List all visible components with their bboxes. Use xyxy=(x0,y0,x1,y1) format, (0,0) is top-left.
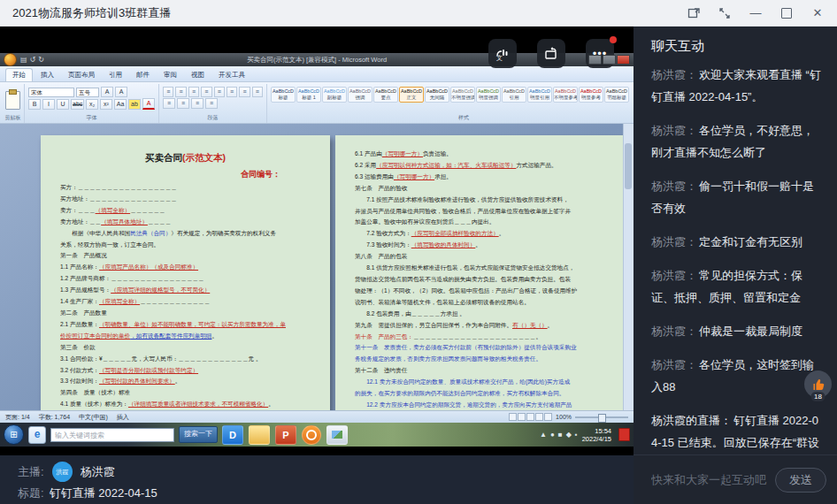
status-item: 页面: 1/4 xyxy=(5,413,30,422)
style-label: 副标题 xyxy=(323,95,346,101)
style-gallery-item: AaBbCcD明显强调 xyxy=(476,87,501,103)
paragraph-tool-icon: ≡ xyxy=(177,98,189,109)
word-ribbon-tabs: 开始插入页面布局引用邮件审阅视图开发工具 xyxy=(0,66,634,82)
minimize-icon[interactable]: — xyxy=(749,6,763,20)
document-line: 第九条 需提供担保的，另立合同担保书，作为本合同附件。有（）无（）。 xyxy=(355,320,605,332)
document-line: 合同编号： xyxy=(60,166,311,182)
style-label: 强调 xyxy=(349,95,372,101)
paragraph-tool-icon: ≡ xyxy=(227,87,237,97)
word-tab: 开发工具 xyxy=(212,69,251,81)
paragraph-tool-icon: ≡ xyxy=(188,87,199,97)
view-mode-icons xyxy=(509,413,552,421)
font-tool-icon: A xyxy=(101,87,113,97)
stream-title-value: 钉钉直播 2022-04-15 xyxy=(50,485,157,501)
photo-viewer-icon xyxy=(326,425,348,445)
style-label: 标题 1 xyxy=(297,95,320,101)
close-icon[interactable]: ✕ xyxy=(810,6,825,20)
style-sample: AaBbCcD xyxy=(554,88,577,95)
style-label: 正文 xyxy=(400,95,423,101)
tray-icon: ▲ xyxy=(540,431,547,439)
font-tool-icon: x² xyxy=(100,99,112,110)
maximize-icon[interactable] xyxy=(779,6,794,20)
host-label: 主播: xyxy=(18,464,44,480)
chat-input-placeholder[interactable]: 快来和大家一起互动吧 xyxy=(651,472,768,488)
document-line: 8.2 包装费用，由＿＿＿＿＿方承担 。 xyxy=(355,309,605,320)
chat-input-bar[interactable]: 快来和大家一起互动吧 发送 xyxy=(634,454,837,504)
word-tab: 开始 xyxy=(5,68,33,81)
style-sample: AaBbCcD xyxy=(374,88,397,95)
chat-message: 杨洪霞的直播：钉钉直播 2022-04-15 已结束。回放已保存在“群设置-直播… xyxy=(651,409,823,454)
status-item: 插入 xyxy=(117,413,129,422)
style-sample: AaBbCcD xyxy=(297,88,320,95)
document-line: 第十条 产品的三包：＿＿＿＿＿＿＿＿＿＿＿＿＿＿＿＿＿＿＿＿＿。 xyxy=(355,332,605,343)
rotate-screen-button[interactable] xyxy=(537,39,565,68)
document-line: 说明书、装箱清单等随机文件，包装箱上必须标明设备的使用站名。 xyxy=(355,297,605,309)
folder-icon xyxy=(249,425,270,445)
style-sample: AaBbCcD xyxy=(503,88,526,95)
camera-icon xyxy=(302,425,321,445)
word-window-buttons xyxy=(588,55,630,65)
window-controls: — ✕ xyxy=(687,6,825,20)
document-page-2: 6.1 产品由（写明哪一方）负责运输。6.2 采用（应写明以何种方式运输，如：汽… xyxy=(335,135,625,410)
document-line: 关系，经双方协商一致，订立本合同。 xyxy=(60,240,311,251)
style-gallery-item: AaBbCcD要点 xyxy=(373,87,398,103)
host-avatar[interactable]: 洪霞 xyxy=(52,462,73,482)
word-close-icon xyxy=(617,55,630,65)
popout-icon[interactable] xyxy=(687,6,701,20)
word-status-bar: 页面: 1/4字数: 1,764中文(中国)插入 100% xyxy=(0,410,634,423)
send-button[interactable]: 发送 xyxy=(775,468,826,493)
screen-share-video[interactable]: ▤↺↻ 买卖合同(示范文本) [兼容模式] - Microsoft Word 开… xyxy=(0,53,634,447)
font-tool-icon: U xyxy=(57,99,69,110)
style-label: 不明显参考 xyxy=(554,95,577,101)
group-label: 字体 xyxy=(25,114,158,122)
notification-dot xyxy=(610,36,617,43)
document-line: 6.3 运输费用由（写明哪一方）承担。 xyxy=(355,172,605,183)
svg-text:文: 文 xyxy=(496,54,503,61)
style-sample: AaBbCcD xyxy=(272,88,295,95)
ie-icon: e xyxy=(28,426,46,444)
status-item: 字数: 1,764 xyxy=(39,413,70,422)
tray-icon: ◆ xyxy=(566,431,572,439)
style-gallery-item: AaBbCcD书籍标题 xyxy=(604,87,629,103)
subtitle-translate-icon: 文 xyxy=(495,46,511,62)
zoom-level: 100% xyxy=(556,414,572,420)
document-line: 12.1 卖方未按合同约定的数量、质量或技术标准交付产品，给(因此给)买方造成 xyxy=(355,377,605,388)
subtitle-translate-button[interactable]: 文 xyxy=(488,39,517,68)
style-sample: AaBbCcD xyxy=(323,88,346,95)
word-vertical-scrollbar xyxy=(623,124,634,410)
paragraph-tool-icon: ≡ xyxy=(252,87,263,97)
style-sample: AaBbCcD xyxy=(426,88,449,95)
document-line: 1.3 产品规格型号：（应填写详细的规格型号，不可简化） xyxy=(60,285,311,296)
chat-message: 杨洪霞：各位学员，不好意思，刚才直播不知怎么断了 xyxy=(651,119,823,164)
style-sample: AaBbCcD xyxy=(605,88,628,95)
fullscreen-icon[interactable] xyxy=(718,6,732,20)
word-minimize-icon xyxy=(588,55,602,65)
document-line: 1.4 生产厂家：（应填写全称）＿＿＿＿＿＿＿＿＿＿＿＿ xyxy=(60,296,311,308)
group-label: 样式 xyxy=(267,114,660,122)
paragraph-tool-icon: ≡ xyxy=(205,98,218,109)
font-tool-icon: x₂ xyxy=(86,99,98,110)
chat-message: 杨洪霞：各位学员，这时签到输入88 xyxy=(651,354,823,398)
style-sample: AaBbCcD xyxy=(349,88,372,95)
font-size-box: 五号 xyxy=(76,88,99,97)
style-label: 引用 xyxy=(503,95,526,101)
document-line: 第八条 产品的包装 xyxy=(355,251,605,263)
word-tab: 审阅 xyxy=(157,69,183,81)
document-line: 物处理：（1）不回收，（2）回收。包装箱中应包括：产品出厂合格证，设备使用维护 xyxy=(355,286,605,297)
like-button[interactable]: 18 xyxy=(804,370,832,398)
thumbs-up-icon xyxy=(811,378,825,392)
group-label: 剪贴板 xyxy=(2,114,24,122)
style-label: 标题 xyxy=(272,95,295,101)
window-titlebar: 2021物流服务师培训3班群直播 — ✕ xyxy=(0,0,837,27)
document-line: 2.1 产品数量：（明确数量、单位）如不能明确数量，可约定：以买方所需数量为准，… xyxy=(60,319,311,331)
chat-message-list: 杨洪霞：欢迎大家来观看直播 “钉钉直播 2022-04-15”。杨洪霞：各位学员… xyxy=(634,57,837,454)
style-gallery-item: AaBbCcD明显引用 xyxy=(527,87,552,103)
document-line: 第十二条 违约责任 xyxy=(355,365,605,377)
style-label: 无间隔 xyxy=(426,95,449,101)
style-gallery-item: AaBbCcD标题 xyxy=(271,87,296,103)
document-line: 1.2 产品牌号商标：＿＿＿＿＿＿＿＿＿＿＿＿＿＿＿＿ xyxy=(60,273,311,285)
chat-panel: 聊天互动 杨洪霞：欢迎大家来观看直播 “钉钉直播 2022-04-15”。杨洪霞… xyxy=(634,27,837,504)
document-line: 7.1 按照产品技术标准制验收标准进行验收，供货方应提供验收所需技术资料， xyxy=(355,195,605,206)
group-label: 段落 xyxy=(159,114,266,122)
document-line: 务税务规定的发票，否则卖方应承担因发票问题而导致的相关税务责任。 xyxy=(355,354,605,365)
